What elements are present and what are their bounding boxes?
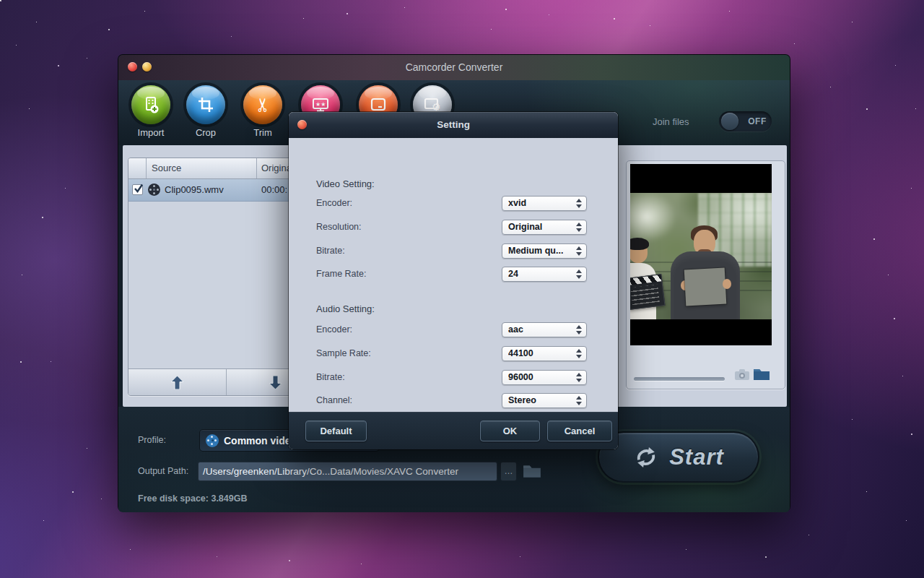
film-import-icon: [131, 85, 170, 124]
output-path-label: Output Path:: [138, 466, 188, 476]
video-encoder-select[interactable]: xvid: [502, 196, 587, 211]
open-output-folder-button[interactable]: [753, 367, 770, 384]
profile-label: Profile:: [138, 435, 166, 445]
stepper-arrows-icon: [576, 396, 583, 405]
dialog-body: Video Setting: Encoder: xvid Resolution:…: [289, 138, 618, 412]
browse-button[interactable]: …: [500, 462, 517, 481]
stepper-arrows-icon: [576, 223, 583, 232]
preview-panel: [626, 160, 785, 389]
video-encoder-label: Encoder:: [316, 198, 352, 208]
stepper-arrows-icon: [576, 269, 583, 279]
window-titlebar[interactable]: Camcorder Converter: [118, 55, 790, 80]
audio-encoder-label: Encoder:: [316, 324, 352, 335]
join-files-toggle[interactable]: OFF: [719, 111, 772, 131]
scissors-icon: ✂: [243, 85, 282, 124]
stepper-arrows-icon: [576, 373, 583, 382]
star-field-bright: [0, 0, 1, 1]
import-label: Import: [128, 127, 174, 138]
toggle-knob: [721, 113, 738, 130]
stepper-arrows-icon: [576, 246, 583, 256]
file-name: Clip0095.wmv: [165, 179, 224, 201]
desktop-wallpaper: Camcorder Converter Import: [0, 0, 924, 578]
window-title: Camcorder Converter: [118, 55, 790, 80]
join-files-label: Join files: [653, 116, 689, 127]
sample-rate-label: Sample Rate:: [316, 348, 371, 358]
frame-rate-label: Frame Rate:: [316, 269, 366, 279]
arrow-up-icon: [171, 376, 183, 389]
free-disk-space: Free disk space: 3.849GB: [138, 493, 247, 504]
column-header-source[interactable]: Source: [152, 158, 181, 178]
svg-text:★★: ★★: [315, 101, 326, 108]
move-up-button[interactable]: [128, 369, 227, 395]
folder-icon: [523, 463, 541, 478]
frame-rate-select[interactable]: 24: [502, 267, 587, 282]
svg-text:⚙: ⚙: [432, 101, 441, 113]
dialog-titlebar[interactable]: Setting: [289, 112, 618, 138]
resolution-select[interactable]: Original: [502, 220, 587, 235]
import-button[interactable]: Import: [128, 85, 174, 138]
crop-button[interactable]: Crop: [183, 85, 229, 138]
audio-bitrate-label: Bitrate:: [316, 372, 345, 382]
stepper-arrows-icon: [576, 199, 583, 208]
output-path-field[interactable]: /Users/greenken/Library/Co...Data/Movies…: [198, 462, 497, 481]
stepper-arrows-icon: [576, 349, 583, 358]
audio-setting-section-label: Audio Setting:: [316, 303, 375, 314]
channel-select[interactable]: Stereo: [502, 393, 587, 408]
video-bitrate-select[interactable]: Medium qu...: [502, 243, 587, 259]
crop-icon: [186, 85, 225, 124]
audio-encoder-select[interactable]: aac: [502, 322, 587, 337]
start-label: Start: [669, 444, 724, 470]
video-setting-section-label: Video Setting:: [316, 178, 375, 189]
trim-label: Trim: [240, 127, 286, 138]
dialog-footer: Default OK Cancel: [289, 412, 618, 449]
sample-rate-select[interactable]: 44100: [502, 346, 587, 361]
crop-label: Crop: [183, 127, 229, 138]
convert-arrows-icon: [633, 444, 659, 470]
toggle-state-label: OFF: [745, 111, 770, 131]
camera-icon: [734, 368, 750, 381]
video-frame: [630, 193, 772, 319]
default-button[interactable]: Default: [305, 420, 367, 441]
ok-button[interactable]: OK: [480, 420, 540, 441]
folder-icon: [753, 367, 770, 381]
audio-bitrate-select[interactable]: 96000: [502, 370, 587, 385]
arrow-down-icon: [269, 376, 282, 389]
video-preview[interactable]: [630, 164, 772, 345]
profile-value: Common video: [224, 435, 297, 447]
start-button[interactable]: Start: [598, 431, 759, 483]
stepper-arrows-icon: [576, 325, 583, 335]
row-checkbox[interactable]: [132, 184, 143, 195]
video-bitrate-label: Bitrate:: [316, 246, 345, 256]
setting-dialog: Setting Video Setting: Encoder: xvid Res…: [289, 112, 618, 449]
trim-button[interactable]: ✂ Trim: [240, 85, 286, 138]
seek-slider[interactable]: [634, 377, 725, 381]
cancel-button[interactable]: Cancel: [547, 420, 612, 441]
profile-film-icon: [206, 434, 219, 447]
dialog-title: Setting: [289, 112, 618, 138]
output-folder-button[interactable]: [523, 463, 544, 480]
video-file-icon: [148, 184, 160, 196]
file-duration: 00:00:: [261, 179, 287, 201]
resolution-label: Resolution:: [316, 222, 362, 232]
snapshot-button[interactable]: [734, 368, 750, 384]
channel-label: Channel:: [316, 395, 352, 405]
